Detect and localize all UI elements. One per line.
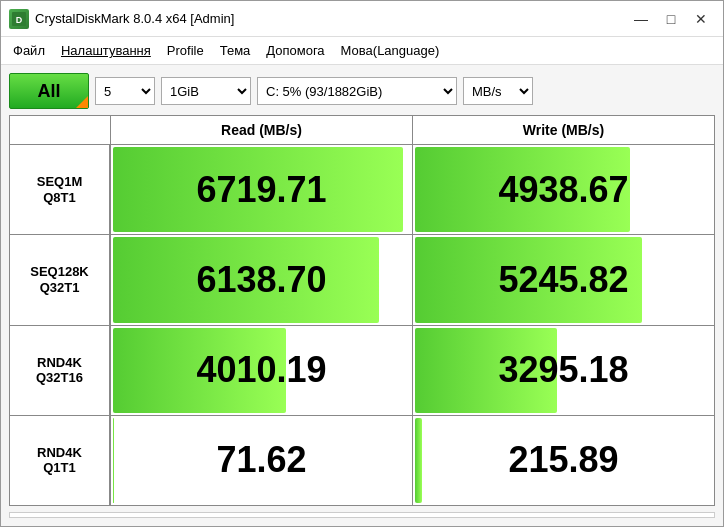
count-select[interactable]: 1 3 5 10 (95, 77, 155, 105)
menu-profile[interactable]: Profile (159, 40, 212, 61)
header-write: Write (MB/s) (412, 116, 714, 144)
row-label-rnd4k-q1: RND4K Q1T1 (10, 416, 110, 505)
write-value-rnd4k-q1: 215.89 (508, 439, 618, 481)
table-row: RND4K Q1T1 71.62 215.89 (10, 416, 714, 505)
table-row: RND4K Q32T16 4010.19 3295.18 (10, 326, 714, 416)
table-row: SEQ1M Q8T1 6719.71 4938.67 (10, 145, 714, 235)
main-window: D CrystalDiskMark 8.0.4 x64 [Admin] — □ … (0, 0, 724, 527)
header-label (10, 116, 110, 144)
write-cell-seq1m: 4938.67 (412, 145, 714, 234)
row-label-seq1m: SEQ1M Q8T1 (10, 145, 110, 234)
menu-bar: Файл Налаштування Profile Тема Допомога … (1, 37, 723, 65)
write-cell-rnd4k-q1: 215.89 (412, 416, 714, 505)
write-cell-seq128k: 5245.82 (412, 235, 714, 324)
read-cell-seq128k: 6138.70 (110, 235, 412, 324)
table-header: Read (MB/s) Write (MB/s) (10, 116, 714, 145)
menu-language[interactable]: Мова(Language) (333, 40, 448, 61)
row-label-rnd4k-q32: RND4K Q32T16 (10, 326, 110, 415)
write-value-seq1m: 4938.67 (498, 169, 628, 211)
svg-text:D: D (16, 15, 23, 25)
menu-help[interactable]: Допомога (258, 40, 332, 61)
write-value-rnd4k-q32: 3295.18 (498, 349, 628, 391)
minimize-button[interactable]: — (627, 8, 655, 30)
unit-select[interactable]: MB/s GB/s IOPS (463, 77, 533, 105)
read-cell-rnd4k-q1: 71.62 (110, 416, 412, 505)
window-title: CrystalDiskMark 8.0.4 x64 [Admin] (35, 11, 627, 26)
window-controls: — □ ✕ (627, 8, 715, 30)
menu-settings[interactable]: Налаштування (53, 40, 159, 61)
main-content: All 1 3 5 10 512MiB 1GiB 2GiB 4GiB C: 5%… (1, 65, 723, 526)
write-value-seq128k: 5245.82 (498, 259, 628, 301)
read-cell-seq1m: 6719.71 (110, 145, 412, 234)
read-value-rnd4k-q1: 71.62 (216, 439, 306, 481)
size-select[interactable]: 512MiB 1GiB 2GiB 4GiB (161, 77, 251, 105)
row-label-seq128k: SEQ128K Q32T1 (10, 235, 110, 324)
all-button[interactable]: All (9, 73, 89, 109)
read-cell-rnd4k-q32: 4010.19 (110, 326, 412, 415)
title-bar: D CrystalDiskMark 8.0.4 x64 [Admin] — □ … (1, 1, 723, 37)
header-read: Read (MB/s) (110, 116, 412, 144)
menu-theme[interactable]: Тема (212, 40, 259, 61)
controls-row: All 1 3 5 10 512MiB 1GiB 2GiB 4GiB C: 5%… (9, 73, 715, 109)
app-icon: D (9, 9, 29, 29)
read-value-rnd4k-q32: 4010.19 (196, 349, 326, 391)
status-bar (9, 512, 715, 518)
results-table: Read (MB/s) Write (MB/s) SEQ1M Q8T1 6719… (9, 115, 715, 506)
menu-file[interactable]: Файл (5, 40, 53, 61)
read-value-seq128k: 6138.70 (196, 259, 326, 301)
read-value-seq1m: 6719.71 (196, 169, 326, 211)
write-cell-rnd4k-q32: 3295.18 (412, 326, 714, 415)
close-button[interactable]: ✕ (687, 8, 715, 30)
drive-select[interactable]: C: 5% (93/1882GiB) (257, 77, 457, 105)
maximize-button[interactable]: □ (657, 8, 685, 30)
table-row: SEQ128K Q32T1 6138.70 5245.82 (10, 235, 714, 325)
